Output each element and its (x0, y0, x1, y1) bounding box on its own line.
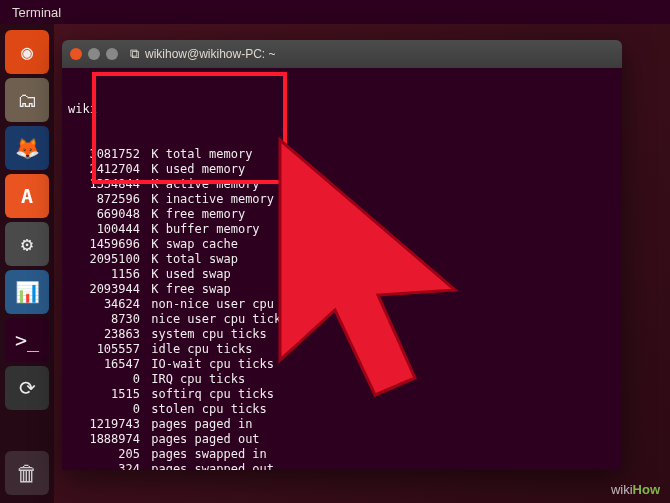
output-line: 0 IRQ cpu ticks (68, 372, 616, 387)
output-line: 34624 non-nice user cpu ticks (68, 297, 616, 312)
output-line: 8730 nice user cpu ticks (68, 312, 616, 327)
trash-icon[interactable]: 🗑 (5, 451, 49, 495)
watermark: wikiHow (611, 482, 660, 497)
top-panel-app-label: Terminal (12, 5, 61, 20)
top-panel: Terminal (0, 0, 670, 24)
output-line: 23863 system cpu ticks (68, 327, 616, 342)
output-line: 1156 K used swap (68, 267, 616, 282)
window-title: wikihow@wikihow-PC: ~ (145, 47, 276, 61)
system-monitor-icon[interactable]: 📊 (5, 270, 49, 314)
window-titlebar[interactable]: ⧉ wikihow@wikihow-PC: ~ (62, 40, 622, 68)
output-line: 16547 IO-wait cpu ticks (68, 357, 616, 372)
output-line: 2412704 K used memory (68, 162, 616, 177)
output-line: 2095100 K total swap (68, 252, 616, 267)
partial-line: wiki (68, 102, 616, 117)
maximize-icon[interactable] (106, 48, 118, 60)
terminal-icon[interactable]: >_ (5, 318, 49, 362)
output-line: 1515 softirq cpu ticks (68, 387, 616, 402)
files-icon[interactable]: 🗂 (5, 78, 49, 122)
output-line: 0 stolen cpu ticks (68, 402, 616, 417)
output-line: 1219743 pages paged in (68, 417, 616, 432)
output-line: 2093944 K free swap (68, 282, 616, 297)
output-line: 1888974 pages paged out (68, 432, 616, 447)
close-icon[interactable] (70, 48, 82, 60)
settings-icon[interactable]: ⚙ (5, 222, 49, 266)
output-line: 669048 K free memory (68, 207, 616, 222)
output-line: 1459696 K swap cache (68, 237, 616, 252)
output-line: 105557 idle cpu ticks (68, 342, 616, 357)
output-line: 324 pages swapped out (68, 462, 616, 470)
output-line: 872596 K inactive memory (68, 192, 616, 207)
firefox-icon[interactable]: 🦊 (5, 126, 49, 170)
terminal-window: ⧉ wikihow@wikihow-PC: ~ wiki 3081752 K t… (62, 40, 622, 470)
terminal-title-icon: ⧉ (130, 46, 139, 62)
output-line: 100444 K buffer memory (68, 222, 616, 237)
minimize-icon[interactable] (88, 48, 100, 60)
output-line: 3081752 K total memory (68, 147, 616, 162)
output-line: 1334844 K active memory (68, 177, 616, 192)
updater-icon[interactable]: ⟳ (5, 366, 49, 410)
unity-launcher: ◉ 🗂 🦊 A ⚙ 📊 >_ ⟳ 🗑 (0, 24, 54, 503)
software-center-icon[interactable]: A (5, 174, 49, 218)
output-line: 205 pages swapped in (68, 447, 616, 462)
dash-icon[interactable]: ◉ (5, 30, 49, 74)
terminal-output[interactable]: wiki 3081752 K total memory2412704 K use… (62, 68, 622, 470)
